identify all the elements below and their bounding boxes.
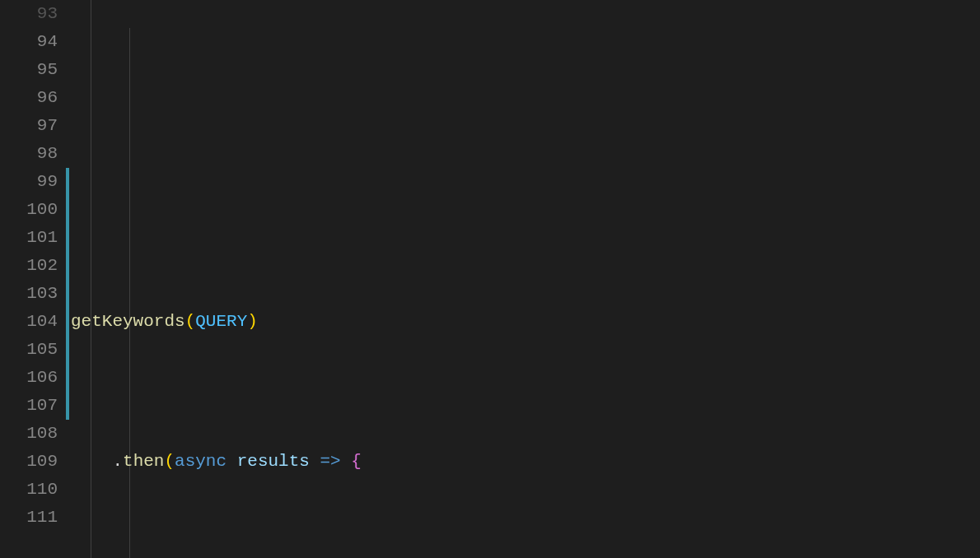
code-token: ) [247, 312, 258, 331]
code-editor[interactable]: 93 94 95 96 97 98 99 100 101 102 103 104… [0, 0, 980, 558]
line-number: 109 [0, 448, 58, 476]
line-number: 104 [0, 308, 58, 336]
code-line[interactable]: getKeywords(QUERY) [71, 308, 980, 336]
line-number: 98 [0, 140, 58, 168]
line-number: 95 [0, 56, 58, 84]
line-number: 105 [0, 336, 58, 364]
code-line[interactable]: .then(async results => { [71, 448, 980, 476]
line-number: 106 [0, 364, 58, 392]
code-token: { [351, 452, 362, 471]
line-number: 94 [0, 28, 58, 56]
line-number: 103 [0, 280, 58, 308]
code-token: ( [185, 312, 196, 331]
line-number: 108 [0, 420, 58, 448]
line-number: 102 [0, 252, 58, 280]
line-number-gutter: 93 94 95 96 97 98 99 100 101 102 103 104… [0, 0, 66, 558]
line-number: 93 [0, 0, 58, 28]
code-area[interactable]: getKeywords(QUERY) .then(async results =… [66, 0, 980, 558]
line-number: 107 [0, 392, 58, 420]
code-token: . [112, 452, 123, 471]
code-token: async [175, 452, 226, 471]
code-token: QUERY [195, 312, 247, 331]
code-line[interactable] [71, 168, 980, 196]
code-token: getKeywords [71, 312, 185, 331]
code-token: => [320, 452, 341, 471]
line-number: 110 [0, 476, 58, 504]
code-token: then [123, 452, 164, 471]
line-number: 96 [0, 84, 58, 112]
code-token: ( [164, 452, 175, 471]
line-number: 111 [0, 504, 58, 532]
indent-guide [129, 28, 130, 558]
line-number: 97 [0, 112, 58, 140]
line-number: 100 [0, 196, 58, 224]
line-number: 99 [0, 168, 58, 196]
line-number: 101 [0, 224, 58, 252]
code-token: results [237, 452, 310, 471]
